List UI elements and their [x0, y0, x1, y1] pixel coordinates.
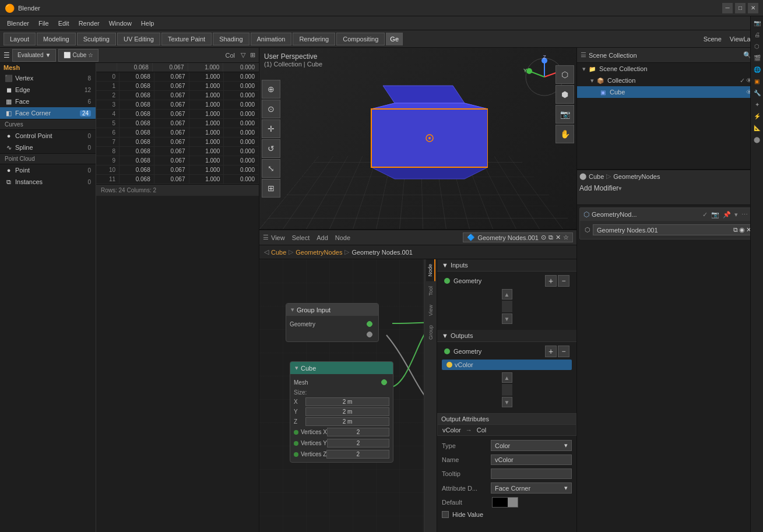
hide-value-checkbox[interactable] [442, 511, 449, 518]
mesh-type-face[interactable]: ▦ Face 6 [0, 96, 96, 107]
inputs-section-header[interactable]: ▼ Inputs [437, 259, 576, 272]
input-add-btn[interactable]: + [545, 275, 557, 287]
modifier-pin[interactable]: 📌 [723, 211, 731, 219]
tab-group[interactable]: Group [427, 320, 435, 344]
tab-rendering[interactable]: Rendering [293, 33, 335, 45]
output-vcolor-row[interactable]: vColor [442, 360, 572, 370]
mesh-type-point[interactable]: ● Point 0 [0, 164, 96, 176]
rotate-tool[interactable]: ↺ [262, 139, 280, 158]
scene-collection-item[interactable]: ▾ 📁 Scene Collection [577, 63, 763, 75]
node-canvas[interactable]: ▾ Group Input Geometry [259, 259, 424, 532]
vert-z-input[interactable]: 2 [326, 450, 389, 459]
particles-icon[interactable]: ✦ [752, 99, 762, 110]
render-preview-tool[interactable]: ⬢ [555, 85, 574, 104]
tooltip-input[interactable] [491, 468, 572, 479]
camera-tool[interactable]: 📷 [555, 105, 574, 124]
mesh-type-spline[interactable]: ∿ Spline 0 [0, 142, 96, 153]
menu-blender[interactable]: Blender [2, 19, 34, 28]
tab-sculpting[interactable]: Sculpting [77, 33, 116, 45]
select-tool[interactable]: ⊕ [262, 80, 280, 98]
scroll-down-btn[interactable]: ▼ [502, 313, 512, 324]
hide-value-row: Hide Value [437, 509, 576, 520]
hand-tool[interactable]: ✋ [555, 125, 574, 143]
close-button[interactable]: ✕ [748, 3, 758, 13]
tab-uv-editing[interactable]: UV Editing [117, 33, 160, 45]
modifier-render[interactable]: 📷 [711, 211, 719, 219]
minimize-button[interactable]: ─ [722, 3, 733, 13]
svg-point-8 [526, 68, 532, 74]
menu-file[interactable]: File [34, 19, 54, 28]
out-scroll-down[interactable]: ▼ [502, 397, 512, 407]
cube-item[interactable]: ▣ Cube 👁 ▥ [577, 86, 763, 98]
cube-x-input[interactable]: 2 m [305, 397, 389, 406]
mesh-type-instances[interactable]: ⧉ Instances 0 [0, 176, 96, 188]
material-icon[interactable]: ⬤ [752, 134, 762, 145]
geo-nodes-file-selector[interactable]: Geometry Nodes.001 ⧉ ◉ ✕ [593, 224, 755, 235]
cursor-tool[interactable]: ⊙ [262, 100, 280, 118]
out-scroll-up[interactable]: ▲ [502, 372, 512, 383]
mesh-type-edge[interactable]: ◼ Edge 12 [0, 84, 96, 96]
vert-x-input[interactable]: 2 [327, 428, 389, 436]
scale-tool[interactable]: ⤡ [262, 159, 280, 178]
name-input[interactable]: vColor [491, 455, 572, 465]
add-modifier-label[interactable]: Add Modifier [579, 184, 618, 192]
tab-layout[interactable]: Layout [3, 33, 36, 45]
mesh-type-control-point[interactable]: ● Control Point 0 [0, 130, 96, 142]
collection-item[interactable]: ▾ 📦 Collection ✓ 👁 ▥ [577, 75, 763, 86]
mesh-type-face-corner[interactable]: ◧ Face Corner 24 [0, 107, 96, 119]
menu-edit[interactable]: Edit [54, 19, 74, 28]
output-icon[interactable]: 🖨 [752, 29, 762, 40]
cube-z-input[interactable]: 2 m [305, 417, 389, 426]
physics-icon[interactable]: ⚡ [752, 111, 762, 121]
row-index: 2 [96, 91, 119, 100]
tab-shading[interactable]: Shading [213, 33, 249, 45]
tab-view[interactable]: View [427, 300, 435, 320]
default-color-preview[interactable] [492, 497, 518, 508]
mesh-type-vertex[interactable]: ⬛ Vertex 8 [0, 72, 96, 84]
scroll-up-btn[interactable]: ▲ [502, 289, 512, 300]
tab-animation[interactable]: Animation [251, 33, 292, 45]
modifier-selector[interactable]: 🔷 Geometry Nodes.001 ⊙ ⧉ ✕ ☆ [463, 232, 573, 242]
perspective-tool[interactable]: ⬡ [555, 65, 574, 84]
menu-help[interactable]: Help [136, 19, 159, 28]
modifier-more[interactable]: ⋯ [741, 211, 748, 219]
tab-node[interactable]: Node [426, 259, 435, 281]
modifier-icon-strip[interactable]: 🔧 [752, 87, 762, 98]
object-selector[interactable]: ⬜ Cube ☆ [58, 49, 99, 62]
object-data-icon[interactable]: 📐 [752, 122, 762, 133]
object-icon[interactable]: ▣ [752, 76, 762, 86]
render-icon[interactable]: 📷 [752, 17, 762, 28]
output-remove-btn[interactable]: − [558, 346, 569, 357]
node-group-input[interactable]: ▾ Group Input Geometry [286, 303, 379, 342]
menu-window[interactable]: Window [104, 19, 136, 28]
menu-render[interactable]: Render [74, 19, 104, 28]
tab-compositing[interactable]: Compositing [336, 33, 385, 45]
attr-domain-value[interactable]: Face Corner ▾ [491, 482, 572, 494]
type-value[interactable]: Color ▾ [491, 440, 572, 451]
tab-tool[interactable]: Tool [427, 281, 435, 301]
modifier-expand[interactable]: ▾ [734, 211, 738, 219]
edge-icon: ◼ [5, 86, 13, 94]
evaluated-dropdown[interactable]: Evaluated ▼ [12, 49, 56, 62]
output-add-btn[interactable]: + [545, 346, 557, 357]
modifier-visibility[interactable]: ✓ [702, 211, 708, 219]
scene-prop-icon[interactable]: 🎬 [752, 52, 762, 63]
view-layer-icon[interactable]: ⬡ [752, 41, 762, 51]
table-row: 0 0.068 0.067 1.000 0.000 [96, 72, 259, 82]
breadcrumb-geo-nodes[interactable]: GeometryNodes [296, 249, 342, 256]
node-cube[interactable]: ▾ Cube Mesh Size: X 2 m [290, 361, 393, 463]
tab-texture-paint[interactable]: Texture Paint [161, 33, 212, 45]
world-icon[interactable]: 🌐 [752, 64, 762, 75]
vert-y-input[interactable]: 2 [327, 439, 389, 448]
input-remove-btn[interactable]: − [558, 275, 569, 287]
geo-nodes-selector-row: ⬡ Geometry Nodes.001 ⧉ ◉ ✕ [582, 223, 758, 237]
tab-geometry-nodes[interactable]: Ge [386, 33, 403, 45]
cube-y-input[interactable]: 2 m [305, 407, 389, 416]
outputs-section-header[interactable]: ▼ Outputs [437, 330, 576, 342]
move-tool[interactable]: ✛ [262, 119, 280, 138]
svg-marker-15 [371, 167, 488, 179]
tab-modeling[interactable]: Modeling [37, 33, 76, 45]
maximize-button[interactable]: □ [735, 3, 746, 13]
transform-tool[interactable]: ⊞ [262, 179, 280, 198]
breadcrumb-cube[interactable]: Cube [271, 249, 286, 256]
